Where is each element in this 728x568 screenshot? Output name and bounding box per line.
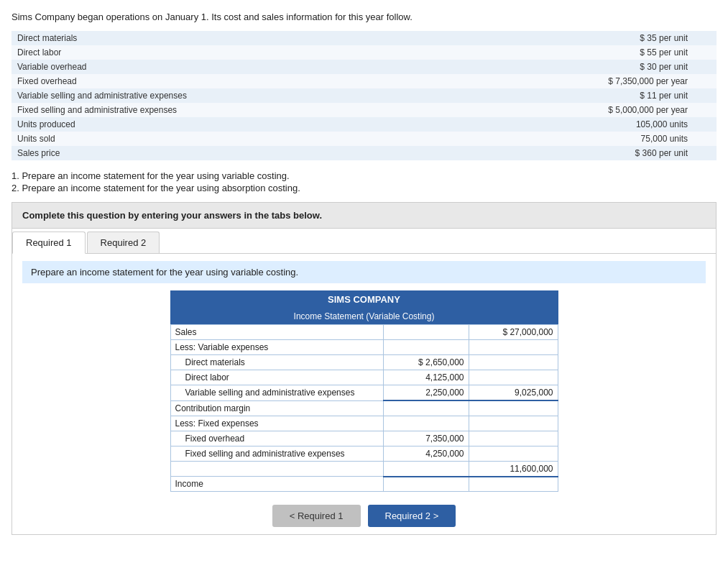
- tab-instruction: Prepare an income statement for the year…: [22, 261, 706, 283]
- is-col3: [469, 355, 558, 370]
- is-col2: [383, 325, 469, 340]
- is-label: Direct labor: [170, 370, 383, 385]
- is-col3: [469, 370, 558, 385]
- info-label: Sales price: [11, 146, 444, 160]
- is-label: Contribution margin: [170, 400, 383, 416]
- info-row: Sales price$ 360 per unit: [11, 146, 717, 160]
- instruction-line2: 2. Prepare an income statement for the y…: [11, 183, 717, 193]
- is-col2[interactable]: 7,350,000: [383, 431, 469, 446]
- info-label: Units produced: [11, 117, 444, 132]
- is-col2: [383, 461, 469, 477]
- is-label: Less: Variable expenses: [170, 340, 383, 355]
- is-col3: [469, 416, 558, 431]
- tabs-row: Required 1 Required 2: [12, 229, 716, 254]
- info-label: Direct materials: [11, 31, 444, 45]
- is-col3: [469, 431, 558, 446]
- tab-required2[interactable]: Required 2: [87, 232, 160, 253]
- info-row: Variable overhead$ 30 per unit: [11, 60, 717, 74]
- info-value: $ 7,350,000 per year: [444, 74, 717, 88]
- is-col3: [469, 340, 558, 355]
- is-row: Variable selling and administrative expe…: [170, 385, 558, 401]
- info-label: Fixed selling and administrative expense…: [11, 103, 444, 117]
- is-label: Sales: [170, 325, 383, 340]
- is-col3: [469, 446, 558, 461]
- is-col2: [383, 340, 469, 355]
- info-value: $ 35 per unit: [444, 31, 717, 45]
- is-row: Fixed selling and administrative expense…: [170, 446, 558, 461]
- info-value: $ 11 per unit: [444, 88, 717, 103]
- info-label: Variable selling and administrative expe…: [11, 88, 444, 103]
- is-table: Sales $ 27,000,000 Less: Variable expens…: [170, 324, 558, 492]
- info-row: Direct materials$ 35 per unit: [11, 31, 717, 45]
- intro-text: Sims Company began operations on January…: [11, 12, 717, 22]
- is-row: Direct labor 4,125,000: [170, 370, 558, 385]
- is-col3[interactable]: 11,600,000: [469, 461, 558, 477]
- info-value: $ 360 per unit: [444, 146, 717, 160]
- complete-box: Complete this question by entering your …: [11, 202, 717, 229]
- prev-button[interactable]: < Required 1: [272, 505, 361, 527]
- is-row: Sales $ 27,000,000: [170, 325, 558, 340]
- is-col3[interactable]: 9,025,000: [469, 385, 558, 401]
- is-col2[interactable]: 4,250,000: [383, 446, 469, 461]
- info-value: 75,000 units: [444, 132, 717, 146]
- info-row: Units sold75,000 units: [11, 132, 717, 146]
- tab-required1[interactable]: Required 1: [12, 232, 86, 254]
- is-row: Direct materials $ 2,650,000: [170, 355, 558, 370]
- is-col3: [469, 400, 558, 416]
- is-col2[interactable]: 2,250,000: [383, 385, 469, 401]
- is-label: Less: Fixed expenses: [170, 416, 383, 431]
- is-col3: [469, 477, 558, 492]
- info-label: Units sold: [11, 132, 444, 146]
- income-statement: SIMS COMPANY Income Statement (Variable …: [170, 290, 558, 492]
- is-row: Less: Variable expenses: [170, 340, 558, 355]
- info-table: Direct materials$ 35 per unitDirect labo…: [11, 31, 717, 160]
- is-col2: [383, 416, 469, 431]
- info-row: Variable selling and administrative expe…: [11, 88, 717, 103]
- is-label: Direct materials: [170, 355, 383, 370]
- info-label: Variable overhead: [11, 60, 444, 74]
- is-label: [170, 461, 383, 477]
- info-label: Fixed overhead: [11, 74, 444, 88]
- info-row: Units produced105,000 units: [11, 117, 717, 132]
- info-row: Fixed overhead$ 7,350,000 per year: [11, 74, 717, 88]
- is-row: Income: [170, 477, 558, 492]
- is-col2: [383, 400, 469, 416]
- is-row: Contribution margin: [170, 400, 558, 416]
- is-label: Income: [170, 477, 383, 492]
- is-label: Variable selling and administrative expe…: [170, 385, 383, 401]
- info-value: 105,000 units: [444, 117, 717, 132]
- info-row: Fixed selling and administrative expense…: [11, 103, 717, 117]
- is-label: Fixed overhead: [170, 431, 383, 446]
- instruction-line1: 1. Prepare an income statement for the y…: [11, 170, 717, 181]
- bottom-nav: < Required 1 Required 2 >: [22, 505, 706, 527]
- is-col2[interactable]: 4,125,000: [383, 370, 469, 385]
- is-label: Fixed selling and administrative expense…: [170, 446, 383, 461]
- info-value: $ 55 per unit: [444, 45, 717, 60]
- is-col3[interactable]: $ 27,000,000: [469, 325, 558, 340]
- tab-content: Prepare an income statement for the year…: [12, 254, 716, 534]
- info-value: $ 5,000,000 per year: [444, 103, 717, 117]
- is-row: Fixed overhead 7,350,000: [170, 431, 558, 446]
- next-button[interactable]: Required 2 >: [368, 505, 456, 527]
- info-value: $ 30 per unit: [444, 60, 717, 74]
- is-col2: [383, 477, 469, 492]
- is-col2[interactable]: $ 2,650,000: [383, 355, 469, 370]
- info-label: Direct labor: [11, 45, 444, 60]
- is-subtitle: Income Statement (Variable Costing): [170, 308, 558, 324]
- tabs-container: Required 1 Required 2 Prepare an income …: [11, 229, 717, 535]
- instructions: 1. Prepare an income statement for the y…: [11, 170, 717, 193]
- is-row: 11,600,000: [170, 461, 558, 477]
- info-row: Direct labor$ 55 per unit: [11, 45, 717, 60]
- is-title: SIMS COMPANY: [170, 290, 558, 308]
- is-row: Less: Fixed expenses: [170, 416, 558, 431]
